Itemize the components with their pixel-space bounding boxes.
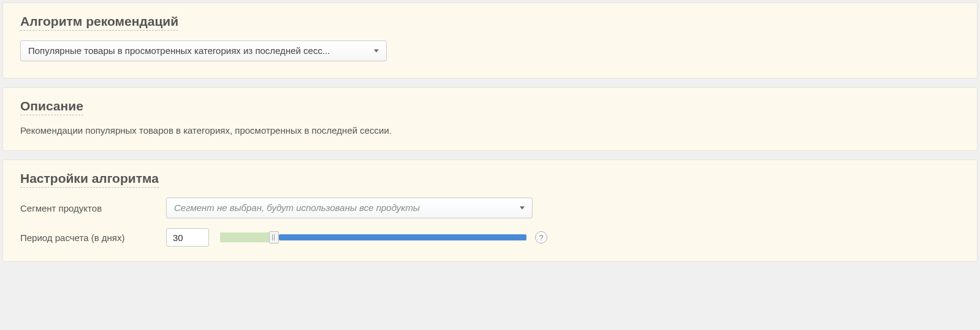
period-row: Период расчета (в днях) ? xyxy=(20,228,960,247)
algorithm-panel: Алгоритм рекомендаций Популярные товары … xyxy=(2,2,978,79)
slider-track-filled xyxy=(220,232,269,242)
segment-select-placeholder: Сегмент не выбран, будут использованы вс… xyxy=(174,202,420,213)
period-input[interactable] xyxy=(166,228,209,247)
period-label: Период расчета (в днях) xyxy=(20,232,166,243)
algorithm-title: Алгоритм рекомендаций xyxy=(20,14,178,31)
segment-label: Сегмент продуктов xyxy=(20,203,166,213)
settings-panel: Настройки алгоритма Сегмент продуктов Се… xyxy=(2,159,978,262)
chevron-down-icon xyxy=(374,50,379,53)
algorithm-select[interactable]: Популярные товары в просмотренных катего… xyxy=(20,40,387,61)
help-icon[interactable]: ? xyxy=(535,231,547,244)
slider-track-remaining xyxy=(279,234,526,240)
description-panel: Описание Рекомендации популярных товаров… xyxy=(2,87,978,151)
segment-row: Сегмент продуктов Сегмент не выбран, буд… xyxy=(20,198,960,218)
algorithm-select-value: Популярные товары в просмотренных катего… xyxy=(28,45,330,56)
description-title: Описание xyxy=(20,99,83,115)
period-slider[interactable] xyxy=(220,232,526,242)
segment-select[interactable]: Сегмент не выбран, будут использованы вс… xyxy=(166,198,533,218)
description-text: Рекомендации популярных товаров в катего… xyxy=(20,125,960,136)
slider-handle[interactable] xyxy=(269,231,279,244)
settings-title: Настройки алгоритма xyxy=(20,171,159,188)
chevron-down-icon xyxy=(520,207,525,210)
